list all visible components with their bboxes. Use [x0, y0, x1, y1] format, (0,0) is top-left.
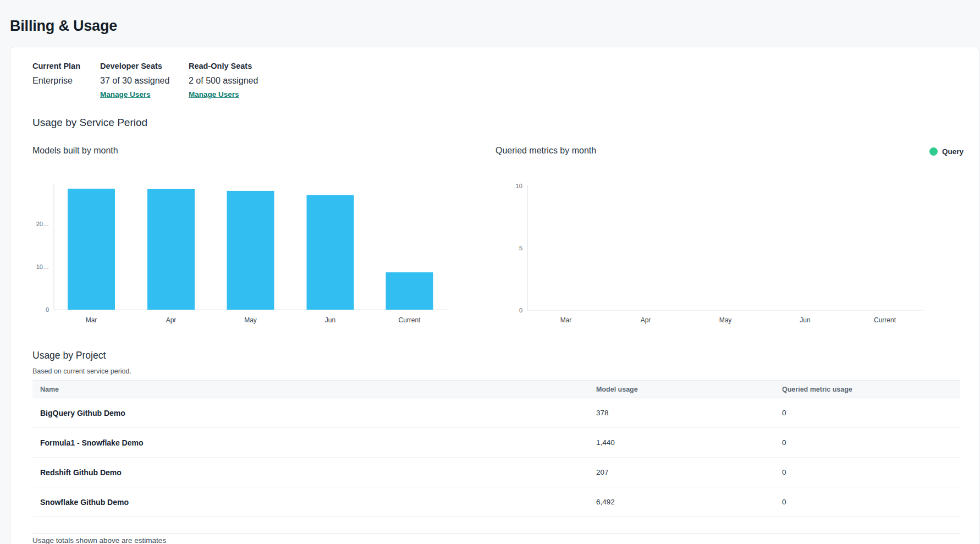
readonly-seats-block: Read-Only Seats 2 of 500 assigned Manage… — [189, 62, 258, 99]
models-chart-title: Models built by month — [32, 146, 118, 156]
svg-text:5: 5 — [519, 245, 522, 251]
query-legend-dot-icon — [929, 147, 938, 156]
queried-usage-cell: 0 — [782, 409, 953, 417]
svg-text:20…: 20… — [36, 221, 49, 227]
manage-users-link-readonly[interactable]: Manage Users — [189, 90, 239, 98]
metrics-chart-title: Queried metrics by month — [495, 146, 596, 156]
queried-usage-cell: 0 — [782, 498, 953, 506]
queried-usage-cell: 0 — [782, 468, 953, 476]
table-row: BigQuery Github Demo 378 0 — [32, 398, 960, 428]
table-row: Snowflake Github Demo 6,492 0 — [32, 487, 960, 517]
current-plan-value: Enterprise — [32, 76, 100, 86]
query-legend-label: Query — [942, 147, 964, 156]
developer-seats-label: Developer Seats — [100, 62, 189, 70]
model-usage-cell: 207 — [596, 468, 782, 476]
svg-text:Current: Current — [874, 316, 896, 324]
model-usage-cell: 6,492 — [596, 498, 782, 506]
service-period-section-title: Usage by Service Period — [32, 117, 147, 129]
project-section-title: Usage by Project — [32, 350, 106, 361]
usage-by-project-table: Name Model usage Queried metric usage Bi… — [32, 380, 960, 517]
svg-text:Jun: Jun — [800, 316, 810, 324]
svg-text:0: 0 — [46, 306, 49, 313]
current-plan-label: Current Plan — [32, 62, 100, 70]
project-name-cell: Formula1 - Snowflake Demo — [32, 438, 596, 447]
svg-text:10…: 10… — [36, 263, 49, 270]
readonly-seats-label: Read-Only Seats — [189, 62, 258, 70]
table-row: Redshift Github Demo 207 0 — [32, 458, 960, 487]
page-title: Billing & Usage — [10, 18, 117, 35]
svg-text:Jun: Jun — [325, 316, 335, 324]
table-bottom-divider — [32, 533, 960, 534]
models-built-bar-chart: 010…20…MarAprMayJunCurrent — [32, 160, 468, 331]
plan-summary: Current Plan Enterprise Developer Seats … — [32, 62, 258, 99]
svg-text:May: May — [719, 316, 732, 324]
project-section-subtitle: Based on current service period. — [32, 367, 131, 375]
queried-usage-cell: 0 — [782, 438, 953, 447]
current-plan-block: Current Plan Enterprise — [32, 62, 100, 99]
table-row: Formula1 - Snowflake Demo 1,440 0 — [32, 428, 960, 458]
svg-text:Apr: Apr — [166, 316, 177, 324]
readonly-seats-value: 2 of 500 assigned — [189, 76, 258, 86]
project-name-cell: BigQuery Github Demo — [32, 409, 596, 417]
footer-estimates-note: Usage totals shown above are estimates — [32, 536, 166, 544]
manage-users-link-developer[interactable]: Manage Users — [100, 90, 151, 98]
queried-metrics-bar-chart: 0510MarAprMayJunCurrent — [495, 160, 979, 331]
developer-seats-value: 37 of 30 assigned — [100, 76, 189, 86]
svg-text:Mar: Mar — [560, 316, 572, 324]
header-queried-metric-usage: Queried metric usage — [782, 386, 953, 393]
table-header-row: Name Model usage Queried metric usage — [32, 380, 960, 398]
header-name: Name — [32, 386, 596, 393]
project-name-cell: Redshift Github Demo — [32, 468, 596, 477]
header-model-usage: Model usage — [596, 386, 782, 393]
billing-card: Current Plan Enterprise Developer Seats … — [10, 47, 979, 544]
svg-text:Current: Current — [398, 316, 421, 324]
svg-text:Mar: Mar — [86, 316, 97, 324]
project-name-cell: Snowflake Github Demo — [32, 498, 596, 507]
query-legend-item[interactable]: Query — [929, 147, 964, 156]
model-usage-cell: 378 — [596, 409, 782, 417]
svg-text:0: 0 — [519, 307, 522, 314]
svg-text:Apr: Apr — [641, 316, 651, 324]
svg-text:10: 10 — [516, 183, 522, 189]
model-usage-cell: 1,440 — [596, 438, 782, 447]
developer-seats-block: Developer Seats 37 of 30 assigned Manage… — [100, 62, 189, 99]
svg-text:May: May — [244, 316, 257, 324]
